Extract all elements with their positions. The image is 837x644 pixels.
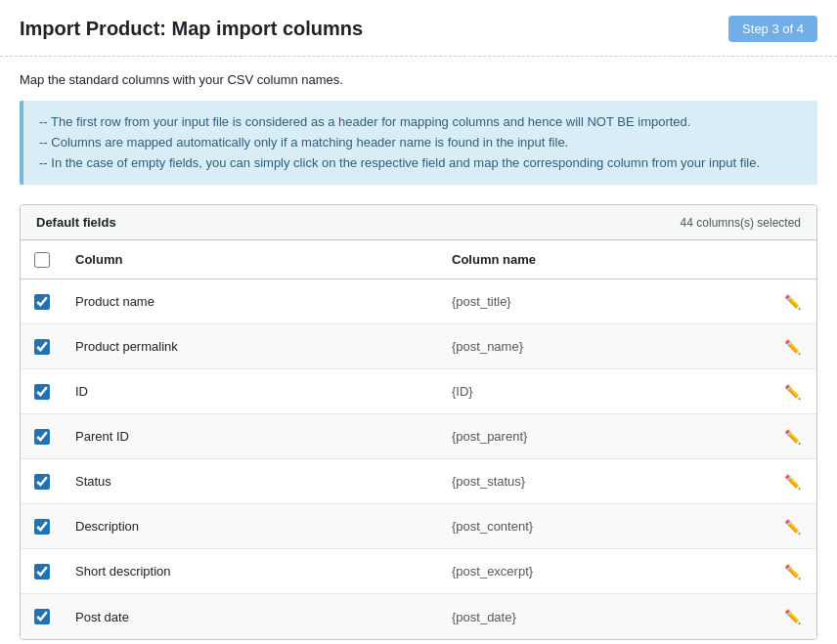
row-check-cell (21, 294, 64, 310)
row-checkbox[interactable] (34, 564, 50, 580)
info-line-2: -- Columns are mapped automatically only… (39, 133, 802, 153)
subtitle: Map the standard columns with your CSV c… (20, 72, 817, 87)
row-check-cell (21, 609, 64, 624)
table-row: Status {post_status} ✏️ (21, 459, 816, 504)
row-check-cell (21, 519, 64, 535)
row-checkbox[interactable] (34, 609, 50, 624)
row-column-label: Description (64, 511, 440, 541)
row-column-name-value: {post_date} (452, 610, 772, 624)
row-column-name-cell: {post_title} ✏️ (440, 285, 816, 319)
page-title: Import Product: Map import columns (20, 18, 363, 40)
select-all-checkbox[interactable] (34, 252, 50, 268)
info-box: -- The first row from your input file is… (20, 101, 817, 185)
row-column-name-value: {post_name} (452, 339, 772, 354)
step-badge: Step 3 of 4 (728, 16, 817, 42)
edit-icon[interactable]: ✏️ (780, 563, 805, 580)
row-checkbox[interactable] (34, 429, 50, 445)
edit-icon[interactable]: ✏️ (780, 608, 805, 625)
row-column-label: Product permalink (64, 331, 440, 362)
page-wrapper: Import Product: Map import columns Step … (0, 0, 837, 644)
row-column-name-cell: {post_name} ✏️ (440, 330, 816, 364)
page-content: Map the standard columns with your CSV c… (0, 57, 837, 644)
row-checkbox[interactable] (34, 474, 50, 490)
row-column-name-value: {post_excerpt} (452, 564, 772, 579)
table-row: Product name {post_title} ✏️ (21, 279, 816, 324)
row-checkbox[interactable] (34, 384, 50, 400)
col-header-column: Column (64, 248, 440, 271)
table-row: Description {post_content} ✏️ (21, 504, 816, 549)
col-header-column-name: Column name (440, 248, 816, 271)
table-section-header: Default fields 44 columns(s) selected (21, 205, 816, 240)
col-header-check (21, 248, 64, 271)
edit-icon[interactable]: ✏️ (780, 428, 805, 446)
row-column-label: Parent ID (64, 421, 440, 451)
row-column-name-value: {post_parent} (452, 429, 772, 444)
row-check-cell (21, 339, 64, 355)
columns-selected-count: 44 columns(s) selected (681, 216, 801, 230)
table-section-title: Default fields (36, 215, 116, 230)
row-column-name-value: {post_title} (452, 294, 772, 309)
row-column-name-value: {post_status} (452, 474, 772, 489)
table-row: Short description {post_excerpt} ✏️ (21, 549, 816, 594)
table-row: Post date {post_date} ✏️ (21, 594, 816, 639)
edit-icon[interactable]: ✏️ (780, 473, 805, 491)
row-checkbox[interactable] (34, 294, 50, 310)
row-column-label: Status (64, 466, 440, 496)
row-column-label: ID (64, 376, 440, 407)
row-check-cell (21, 384, 64, 400)
row-check-cell (21, 474, 64, 490)
row-column-label: Product name (64, 286, 440, 317)
row-column-label: Post date (64, 602, 440, 632)
edit-icon[interactable]: ✏️ (780, 383, 805, 401)
row-column-label: Short description (64, 556, 440, 586)
row-column-name-cell: {post_date} ✏️ (440, 600, 816, 633)
row-column-name-value: {ID} (452, 384, 772, 399)
table-container: Default fields 44 columns(s) selected Co… (20, 204, 817, 640)
row-checkbox[interactable] (34, 519, 50, 535)
row-column-name-cell: {ID} ✏️ (440, 375, 816, 408)
row-check-cell (21, 429, 64, 445)
row-column-name-value: {post_content} (452, 519, 772, 534)
table-row: ID {ID} ✏️ (21, 369, 816, 414)
col-header-row: Column Column name (21, 240, 816, 279)
row-column-name-cell: {post_parent} ✏️ (440, 420, 816, 453)
table-row: Product permalink {post_name} ✏️ (21, 324, 816, 369)
row-check-cell (21, 564, 64, 580)
edit-icon[interactable]: ✏️ (780, 293, 805, 311)
edit-icon[interactable]: ✏️ (780, 518, 805, 536)
row-column-name-cell: {post_excerpt} ✏️ (440, 555, 816, 588)
table-rows: Product name {post_title} ✏️ Product per… (21, 279, 816, 639)
info-line-3: -- In the case of empty fields, you can … (39, 153, 802, 174)
row-column-name-cell: {post_status} ✏️ (440, 465, 816, 498)
page-header: Import Product: Map import columns Step … (0, 0, 837, 57)
row-column-name-cell: {post_content} ✏️ (440, 510, 816, 543)
row-checkbox[interactable] (34, 339, 50, 355)
edit-icon[interactable]: ✏️ (780, 338, 805, 356)
info-line-1: -- The first row from your input file is… (39, 112, 802, 133)
table-row: Parent ID {post_parent} ✏️ (21, 414, 816, 459)
